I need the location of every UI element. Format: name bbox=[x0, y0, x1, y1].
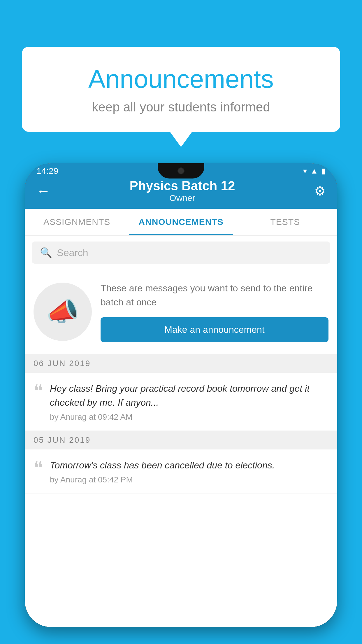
search-bar[interactable]: 🔍 Search bbox=[32, 242, 330, 264]
battery-icon: ▮ bbox=[321, 167, 326, 176]
back-button[interactable]: ← bbox=[36, 183, 50, 199]
status-icons: ▾ ▲ ▮ bbox=[303, 167, 326, 176]
phone-inner: 14:29 ▾ ▲ ▮ ← Physics Batch 12 Owner ⚙ A… bbox=[25, 163, 337, 627]
announcement-meta-1: by Anurag at 09:42 AM bbox=[50, 412, 328, 422]
announcement-body-1: Hey class! Bring your practical record b… bbox=[50, 382, 328, 422]
search-container: 🔍 Search bbox=[25, 236, 337, 270]
announcement-text-1: Hey class! Bring your practical record b… bbox=[50, 382, 328, 410]
announcement-meta-2: by Anurag at 05:42 PM bbox=[50, 475, 328, 484]
wifi-icon: ▾ bbox=[303, 167, 307, 176]
date-divider-2: 05 JUN 2019 bbox=[25, 431, 337, 449]
speech-bubble-container: Announcements keep all your students inf… bbox=[22, 47, 340, 132]
tab-tests[interactable]: TESTS bbox=[233, 209, 337, 235]
phone-notch bbox=[158, 163, 204, 178]
announcement-prompt: 📣 These are messages you want to send to… bbox=[25, 270, 337, 354]
search-icon: 🔍 bbox=[40, 247, 52, 258]
settings-button[interactable]: ⚙ bbox=[314, 183, 326, 198]
megaphone-circle: 📣 bbox=[34, 283, 92, 341]
phone-mockup: 14:29 ▾ ▲ ▮ ← Physics Batch 12 Owner ⚙ A… bbox=[25, 163, 337, 627]
tabs-container: ASSIGNMENTS ANNOUNCEMENTS TESTS bbox=[25, 209, 337, 236]
announcement-item-1[interactable]: ❝ Hey class! Bring your practical record… bbox=[25, 373, 337, 431]
quote-icon-1: ❝ bbox=[34, 383, 43, 400]
tab-announcements[interactable]: ANNOUNCEMENTS bbox=[129, 209, 233, 235]
make-announcement-button[interactable]: Make an announcement bbox=[101, 317, 328, 342]
date-divider-1: 06 JUN 2019 bbox=[25, 354, 337, 373]
announcement-body-2: Tomorrow's class has been cancelled due … bbox=[50, 458, 328, 484]
quote-icon-2: ❝ bbox=[34, 459, 43, 477]
speech-bubble-subtitle: keep all your students informed bbox=[45, 100, 317, 114]
speech-bubble: Announcements keep all your students inf… bbox=[22, 47, 340, 132]
tab-assignments[interactable]: ASSIGNMENTS bbox=[25, 209, 129, 235]
search-placeholder: Search bbox=[57, 247, 88, 258]
speech-bubble-title: Announcements bbox=[45, 64, 317, 94]
prompt-right: These are messages you want to send to t… bbox=[101, 281, 328, 342]
batch-role: Owner bbox=[130, 193, 235, 203]
announcement-text-2: Tomorrow's class has been cancelled due … bbox=[50, 458, 328, 472]
announcement-item-2[interactable]: ❝ Tomorrow's class has been cancelled du… bbox=[25, 449, 337, 494]
batch-title: Physics Batch 12 bbox=[130, 178, 235, 193]
header-title-block: Physics Batch 12 Owner bbox=[130, 178, 235, 203]
status-time: 14:29 bbox=[36, 166, 58, 176]
front-camera bbox=[178, 167, 184, 174]
signal-icon: ▲ bbox=[310, 167, 318, 176]
megaphone-icon: 📣 bbox=[46, 296, 79, 327]
phone-screen: 14:29 ▾ ▲ ▮ ← Physics Batch 12 Owner ⚙ A… bbox=[25, 163, 337, 627]
prompt-description: These are messages you want to send to t… bbox=[101, 281, 328, 309]
